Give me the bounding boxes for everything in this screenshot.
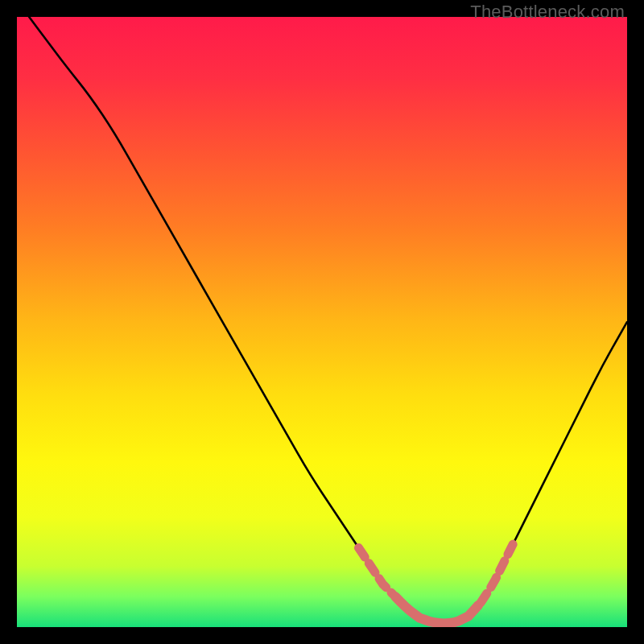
watermark-text: TheBottleneck.com [470,2,625,23]
bottleneck-chart [17,17,627,627]
gradient-background [17,17,627,627]
chart-frame [17,17,627,627]
